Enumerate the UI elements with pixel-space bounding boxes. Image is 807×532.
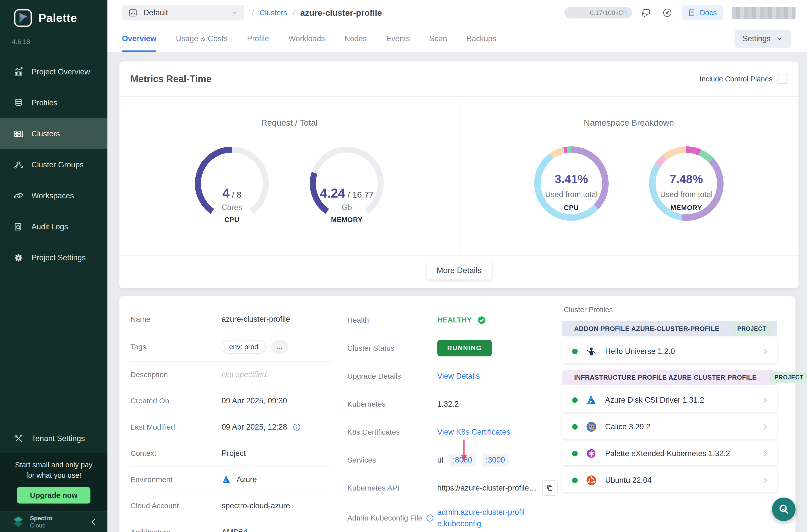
sidebar-item-clusters[interactable]: Clusters [0,118,108,149]
docs-button[interactable]: Docs [682,5,723,20]
metrics-title: Metrics Real-Time [130,74,212,84]
cluster-tabbar: Overview Usage & Costs Profile Workloads… [108,25,807,53]
sidebar-item-project-overview[interactable]: Project Overview [0,56,108,88]
pack-status-dot [572,478,578,483]
pack-name: Palette eXtended Kubernetes 1.32.2 [605,449,730,458]
detail-row-admin-kubeconfig: Admin Kubeconfig File admin.azure-cluste… [347,502,555,532]
details-left-column: Name azure-cluster-profile Tags env: pro… [130,306,333,532]
tag-env-prod[interactable]: env: prod [222,340,266,354]
profile-pack-ubuntu[interactable]: Ubuntu 22.04 [562,468,777,492]
breadcrumb-clusters-link[interactable]: Clusters [260,8,287,17]
audit-logs-icon [13,221,24,232]
cpu-donut-label: CPU [529,204,614,212]
pack-name: Hello Universe 1.2.0 [605,347,675,356]
kubernetes-api-url: https://azure-cluster-profile… [437,483,537,493]
tab-profile[interactable]: Profile [247,25,269,52]
breadcrumb: / Clusters / azure-cluster-profile [252,8,382,18]
tags-more-button[interactable]: ... [271,340,288,354]
settings-button[interactable]: Settings [734,30,791,48]
sidebar-item-label: Audit Logs [32,222,68,231]
sidebar-item-label: Project Settings [32,253,86,262]
profile-pack-azure-disk-csi[interactable]: Azure Disk CSI Driver 1.31.2 [562,388,777,412]
view-k8s-certificates-link[interactable]: View K8s Certificates [437,428,510,437]
tenant-settings-icon [13,433,24,444]
copy-icon [546,484,553,492]
explore-button[interactable] [661,7,673,19]
cpu-gauge-label: CPU [189,216,274,224]
profile-pack-pxk[interactable]: Palette eXtended Kubernetes 1.32.2 [562,442,777,465]
hello-universe-icon [586,346,597,357]
docs-label: Docs [700,8,717,17]
memory-gauge-unit: Gb [304,203,389,212]
sidebar-item-workspaces[interactable]: Workspaces [0,180,108,211]
breadcrumb-separator: / [293,8,295,18]
profile-pack-hello-universe[interactable]: Hello Universe 1.2.0 [562,339,777,363]
created-on-value: 09 Apr 2025, 09:30 [222,396,287,405]
kubeconfig-file-link[interactable]: admin.azure-cluster-profile.kubeconfig [437,507,527,530]
infrastructure-profile-header[interactable]: INFRASTRUCTURE PROFILE AZURE-CLUSTER-PRO… [562,370,777,385]
addon-profile-header[interactable]: ADDON PROFILE AZURE-CLUSTER-PROFILE PROJ… [562,321,777,337]
tab-usage-costs[interactable]: Usage & Costs [176,25,228,52]
chevron-right-icon [762,347,769,356]
search-icon [777,502,791,516]
clusters-icon [13,128,24,139]
detail-row-cluster-status: Cluster Status RUNNING [347,334,555,362]
service-port-8080-link[interactable]: :8080 [449,454,476,467]
sidebar-item-cluster-groups[interactable]: Cluster Groups [0,149,108,180]
chat-icon [641,7,652,18]
project-badge: PROJECT [731,323,772,335]
more-details-button[interactable]: More Details [427,261,491,280]
request-total-title: Request / Total [261,118,318,128]
memory-donut-value: 7.48% [644,172,729,186]
tab-overview[interactable]: Overview [122,25,156,52]
workspaces-icon [13,190,24,201]
calico-icon [586,421,597,433]
view-details-link[interactable]: View Details [437,372,480,381]
service-port-3000-link[interactable]: :3000 [482,454,509,467]
sidebar-item-label: Profiles [32,98,57,108]
azure-icon [222,475,231,484]
cluster-details-card: Name azure-cluster-profile Tags env: pro… [119,296,795,532]
chat-button[interactable] [641,7,652,18]
include-control-planes-checkbox[interactable] [777,74,788,84]
tab-nodes[interactable]: Nodes [344,25,367,52]
tab-events[interactable]: Events [386,25,410,52]
memory-donut-sublabel: Used from total [644,190,729,199]
profile-pack-calico[interactable]: Calico 3.29.2 [562,415,777,439]
credits-badge: 0.17/100kCh [564,7,632,18]
namespace-breakdown-title: Namespace Breakdown [584,118,674,128]
cpu-gauge-unit: Cores [189,203,274,212]
collapse-sidebar-icon[interactable] [90,517,97,527]
tab-scan[interactable]: Scan [430,25,447,52]
sidebar-item-project-settings[interactable]: Project Settings [0,242,108,273]
info-icon[interactable] [426,514,434,522]
palette-logo-icon [14,8,33,27]
upgrade-promo: Start small and only pay for what you us… [0,453,108,512]
sidebar-item-profiles[interactable]: Profiles [0,88,108,118]
cluster-profiles-title: Cluster Profiles [564,306,777,314]
detail-row-description: Description Not specified. [130,362,333,388]
search-fab-button[interactable] [772,497,795,521]
copy-api-url-button[interactable] [542,480,558,496]
detail-row-tags: Tags env: prod ... [130,332,333,362]
info-icon[interactable] [293,423,301,431]
cpu-donut: 3.41% Used from total CPU [529,141,614,226]
app-version: 4.6.18 [12,38,30,46]
project-settings-icon [13,252,24,263]
tab-workloads[interactable]: Workloads [288,25,325,52]
settings-label: Settings [743,34,771,43]
project-badge: PROJECT [769,372,807,383]
chevron-right-icon [762,476,769,484]
project-selector[interactable]: Default [122,5,244,20]
context-value: Project [222,449,246,458]
sidebar-item-label: Tenant Settings [32,434,85,443]
tab-backups[interactable]: Backups [467,25,496,52]
sidebar-item-tenant-settings[interactable]: Tenant Settings [0,423,108,454]
sidebar-item-audit-logs[interactable]: Audit Logs [0,211,108,242]
detail-row-name: Name azure-cluster-profile [130,306,333,332]
namespace-breakdown-panel: Namespace Breakdown 3.41% Used from tota… [459,96,799,255]
user-name-redacted[interactable] [732,7,795,19]
upgrade-now-button[interactable]: Upgrade now [17,487,91,504]
detail-row-architecture: Architecture AMD64 [130,519,333,532]
memory-gauge-chart [304,141,389,226]
